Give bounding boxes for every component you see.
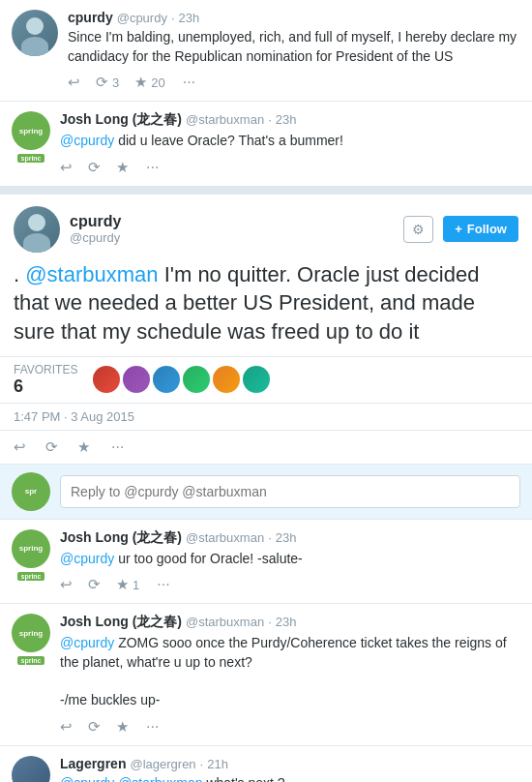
- retweet-button[interactable]: ⟳3: [96, 74, 119, 91]
- star-count: 1: [133, 578, 139, 592]
- retweet-count: 3: [112, 75, 119, 90]
- expanded-tweet-text: . @starbuxman I'm no quitter. Oracle jus…: [0, 260, 532, 356]
- reply-avatar-icon: spr: [25, 487, 37, 496]
- fav-avatar-2: [123, 366, 150, 393]
- follow-label: Follow: [467, 222, 507, 236]
- tweet-timestamp: 23h: [179, 11, 200, 25]
- mention: @cpurdy: [60, 635, 114, 650]
- star-icon: ★: [116, 718, 129, 736]
- tweet-username: cpurdy: [68, 10, 113, 25]
- tweet-actions: ↩ ⟳ ★1 ···: [60, 576, 520, 593]
- avatar-lagergren: [12, 756, 50, 782]
- fav-avatar-5: [213, 366, 240, 393]
- mention: @cpurdy: [60, 551, 114, 566]
- reply-icon: ↩: [14, 438, 26, 456]
- text-body-2: -/me buckles up-: [60, 692, 160, 707]
- tweet-text: @cpurdy ZOMG sooo once the Purdy/Coheren…: [60, 634, 520, 709]
- spring-logo: spring: [19, 127, 43, 135]
- more-button[interactable]: ···: [144, 159, 161, 176]
- follow-button[interactable]: + Follow: [443, 216, 518, 242]
- avatar-joshlong: spring: [12, 111, 50, 150]
- sep: ·: [268, 530, 272, 545]
- tweet-text: @cpurdy ur too good for Oracle! -salute-: [60, 550, 520, 569]
- star-icon: ★: [116, 576, 129, 593]
- retweet-icon: ⟳: [96, 74, 108, 91]
- tweet-header: Lagergren @lagergren · 21h: [60, 756, 520, 771]
- avatar-col: spring sprinc: [12, 614, 50, 735]
- more-button[interactable]: ···: [144, 718, 161, 736]
- retweet-icon: ⟳: [88, 159, 101, 176]
- text-body: what's next ?: [206, 775, 284, 782]
- expanded-retweet-button[interactable]: ⟳: [45, 438, 58, 456]
- reply-button[interactable]: ↩: [68, 74, 80, 91]
- tweet-time: ·: [171, 11, 175, 25]
- reply-button[interactable]: ↩: [60, 718, 73, 736]
- text-body: ur too good for Oracle! -salute-: [118, 551, 303, 566]
- avatar-joshlong-2: spring: [12, 529, 50, 568]
- fav-avatar-6: [243, 366, 270, 393]
- reply-button[interactable]: ↩: [60, 159, 73, 176]
- expanded-star-button[interactable]: ★: [77, 438, 90, 456]
- expanded-tweet-section: cpurdy @cpurdy ⚙ + Follow . @starbuxman …: [0, 195, 532, 465]
- reply-input[interactable]: [60, 475, 520, 508]
- retweet-button[interactable]: ⟳: [88, 718, 101, 736]
- expanded-handle: @cpurdy: [70, 230, 394, 245]
- star-count: 20: [151, 75, 164, 90]
- tweet-joshlong-3: spring sprinc Josh Long (龙之春) @starbuxma…: [0, 604, 532, 745]
- reply-section: spr: [0, 465, 532, 520]
- gear-button[interactable]: ⚙: [403, 216, 433, 243]
- expanded-reply-button[interactable]: ↩: [14, 438, 26, 456]
- avatar-cpurdy-expanded: [14, 206, 60, 253]
- fav-avatar-3: [153, 366, 180, 393]
- tweet-actions: ↩ ⟳ ★ ···: [60, 718, 520, 736]
- mention-starbuxman: @starbuxman: [25, 262, 158, 286]
- tweet-username: Lagergren: [60, 756, 126, 771]
- gear-icon: ⚙: [412, 222, 425, 237]
- reply-button[interactable]: ↩: [60, 576, 73, 593]
- text-body: ZOMG sooo once the Purdy/Coherence ticke…: [60, 635, 507, 670]
- spring-logo-2: spring: [19, 544, 43, 553]
- tweet-header: cpurdy @cpurdy · 23h: [68, 10, 520, 25]
- avatar-joshlong-3: spring: [12, 614, 50, 652]
- tweet-header: Josh Long (龙之春) @starbuxman · 23h: [60, 111, 520, 129]
- reply-icon: ↩: [60, 159, 73, 176]
- more-button[interactable]: ···: [155, 576, 171, 593]
- tweet-actions: ↩ ⟳ ★ ···: [60, 159, 520, 176]
- tweet-timestamp: 21h: [207, 757, 228, 771]
- more-button[interactable]: ···: [181, 74, 197, 91]
- retweet-button[interactable]: ⟳: [88, 159, 101, 176]
- avatar-cpurdy: [12, 10, 58, 56]
- favorites-info: FAVORITES 6: [14, 363, 77, 397]
- tweet-handle: @starbuxman: [186, 112, 264, 127]
- tweet-joshlong-1: spring sprinc Josh Long (龙之春) @starbuxma…: [0, 102, 532, 187]
- tweet-body: Josh Long (龙之春) @starbuxman · 23h @cpurd…: [60, 614, 520, 735]
- favorites-avatars: [93, 366, 270, 393]
- star-icon: ★: [116, 159, 129, 176]
- tweet-username: Josh Long (龙之春): [60, 529, 182, 547]
- section-divider: [0, 187, 532, 195]
- follow-plus-icon: +: [455, 222, 462, 236]
- favorites-section: FAVORITES 6: [0, 356, 532, 403]
- tweet-body: cpurdy @cpurdy · 23h Since I'm balding, …: [68, 10, 520, 91]
- mention-cpurdy: @cpurdy: [60, 775, 114, 782]
- retweet-icon: ⟳: [45, 438, 58, 456]
- mention-starbuxman: @starbuxman: [118, 775, 202, 782]
- star-button[interactable]: ★: [116, 718, 129, 736]
- tweet-body: Lagergren @lagergren · 21h @cpurdy @star…: [60, 756, 520, 782]
- star-button[interactable]: ★1: [116, 576, 139, 593]
- spring-logo-3: spring: [19, 629, 43, 638]
- reply-icon: ↩: [68, 74, 80, 91]
- expanded-timestamp: 1:47 PM · 3 Aug 2015: [0, 403, 532, 430]
- mention-cpurdy: @cpurdy: [60, 133, 114, 148]
- tweet-text: @cpurdy @starbuxman what's next ?: [60, 774, 520, 782]
- dot-text: .: [14, 262, 25, 286]
- sep: ·: [200, 757, 204, 771]
- star-button[interactable]: ★: [116, 159, 129, 176]
- expanded-more-button[interactable]: ···: [109, 438, 126, 456]
- avatar-col: spring sprinc: [12, 111, 50, 176]
- tweet-lagergren: Lagergren @lagergren · 21h @cpurdy @star…: [0, 746, 532, 782]
- retweet-icon: ⟳: [88, 576, 101, 593]
- retweet-icon: ⟳: [88, 718, 101, 736]
- star-button[interactable]: ★20: [134, 74, 164, 91]
- retweet-button[interactable]: ⟳: [88, 576, 101, 593]
